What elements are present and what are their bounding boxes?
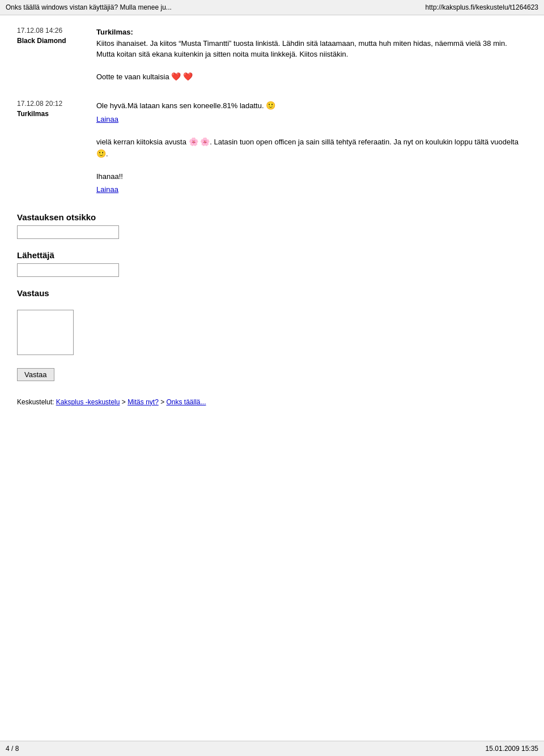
breadcrumb-prefix: Keskustelut: xyxy=(17,398,54,406)
submit-button[interactable]: Vastaa xyxy=(17,368,54,381)
flower-emoji-1 xyxy=(189,137,198,146)
breadcrumb-link-1[interactable]: Kaksplus -keskustelu xyxy=(56,398,120,406)
smiley-emoji-1 xyxy=(266,101,275,110)
post-1: 17.12.08 14:26 Black Diamond Turkilmas: … xyxy=(17,27,527,83)
datetime: 15.01.2009 15:35 xyxy=(486,745,538,753)
post-1-body: Turkilmas: Kiitos ihanaiset. Ja kiitos “… xyxy=(91,27,527,83)
breadcrumb-bar: Keskustelut: Kaksplus -keskustelu > Mitä… xyxy=(17,398,527,406)
breadcrumb-sep-1: > xyxy=(122,398,128,406)
heart-emoji-2 xyxy=(183,72,193,81)
form-message-label: Vastaus xyxy=(17,288,527,298)
post-2-text-line1: Ole hyvä.Mä lataan kans sen koneelle.81%… xyxy=(96,100,527,112)
form-sender-input[interactable] xyxy=(17,263,119,277)
breadcrumb-sep-2: > xyxy=(160,398,166,406)
breadcrumb-link-2[interactable]: Mitäs nyt? xyxy=(128,398,159,406)
breadcrumb-link-3[interactable]: Onks täällä... xyxy=(167,398,206,406)
post-2-body: Ole hyvä.Mä lataan kans sen koneelle.81%… xyxy=(91,100,527,195)
post-1-author: Black Diamond xyxy=(17,37,91,45)
bottom-bar: 4 / 8 15.01.2009 15:35 xyxy=(0,741,544,756)
post-1-meta: 17.12.08 14:26 Black Diamond xyxy=(17,27,91,83)
top-bar: Onks täällä windows vistan käyttäjiä? Mu… xyxy=(0,0,544,15)
post-2-author: Turkilmas xyxy=(17,110,91,118)
smiley-emoji-2 xyxy=(96,149,106,158)
form-title-label: Vastauksen otsikko xyxy=(17,212,527,222)
post-2-text-line2: vielä kerran kiitoksia avusta . Latasin … xyxy=(96,136,527,160)
form-message-textarea[interactable] xyxy=(17,310,74,355)
post-2-meta: 17.12.08 20:12 Turkilmas xyxy=(17,100,91,195)
post-1-date: 17.12.08 14:26 xyxy=(17,27,91,35)
lainaa-link-1[interactable]: Lainaa xyxy=(96,114,527,125)
flower-emoji-2 xyxy=(200,137,210,146)
post-2-ihanaa: Ihanaa!! xyxy=(96,171,527,182)
form-group-sender: Lähettäjä xyxy=(17,250,527,277)
page-title: Onks täällä windows vistan käyttäjiä? Mu… xyxy=(6,3,172,11)
form-sender-label: Lähettäjä xyxy=(17,250,527,260)
form-group-message: Vastaus xyxy=(17,288,527,357)
reply-section: Vastauksen otsikko Lähettäjä Vastaus Vas… xyxy=(17,212,527,381)
lainaa-link-2[interactable]: Lainaa xyxy=(96,184,527,195)
form-submit-group: Vastaa xyxy=(17,368,527,381)
page-url: http://kaksplus.fi/keskustelu/t1264623 xyxy=(426,3,538,11)
post-1-text: Turkilmas: Kiitos ihanaiset. Ja kiitos “… xyxy=(96,27,527,60)
form-group-title: Vastauksen otsikko xyxy=(17,212,527,239)
main-content: 17.12.08 14:26 Black Diamond Turkilmas: … xyxy=(0,15,544,417)
page-info: 4 / 8 xyxy=(6,745,19,753)
post-2: 17.12.08 20:12 Turkilmas Ole hyvä.Mä lat… xyxy=(17,100,527,195)
heart-emoji-1 xyxy=(171,72,181,81)
post-1-kultaisia: Ootte te vaan kultaisia xyxy=(96,71,527,83)
form-title-input[interactable] xyxy=(17,225,119,239)
post-2-date: 17.12.08 20:12 xyxy=(17,100,91,108)
